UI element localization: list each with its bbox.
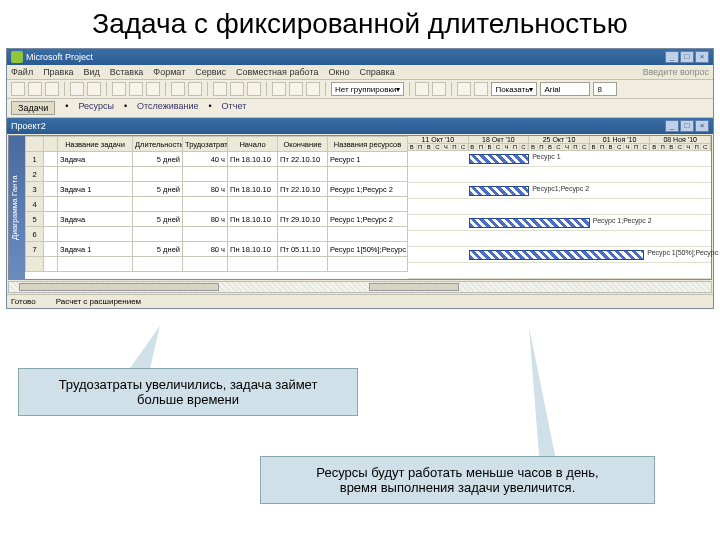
gantt-bar-label: Ресурс 1[50%];Ресурс 2[50%] bbox=[647, 249, 720, 256]
status-ext: Расчет с расширением bbox=[56, 297, 141, 306]
menu-help[interactable]: Справка bbox=[359, 67, 394, 77]
gantt-bar-label: Ресурс 1;Ресурс 2 bbox=[593, 217, 652, 224]
menu-window[interactable]: Окно bbox=[328, 67, 349, 77]
copy-icon[interactable] bbox=[129, 82, 143, 96]
col-work[interactable]: Трудозатраты bbox=[183, 137, 228, 152]
menu-collab[interactable]: Совместная работа bbox=[236, 67, 318, 77]
callout-pointer-1 bbox=[130, 326, 170, 368]
gantt-row bbox=[408, 263, 711, 279]
gantt-row bbox=[408, 231, 711, 247]
minimize-button[interactable]: _ bbox=[665, 51, 679, 63]
timescale-week: 01 Ноя '10ВПВСЧПС bbox=[590, 136, 651, 150]
zoom-in-icon[interactable] bbox=[415, 82, 429, 96]
view-link-report[interactable]: Отчет bbox=[222, 101, 247, 115]
gantt-bar[interactable] bbox=[469, 250, 645, 260]
gantt-row bbox=[408, 199, 711, 215]
view-bar: Задачи • Ресурсы • Отслеживание • Отчет bbox=[7, 99, 713, 118]
col-finish[interactable]: Окончание bbox=[278, 137, 328, 152]
unlink-icon[interactable] bbox=[230, 82, 244, 96]
doc-max-button[interactable]: □ bbox=[680, 120, 694, 132]
callout-workload: Трудозатраты увеличились, задача займет … bbox=[18, 368, 358, 416]
gantt-chart[interactable]: 11 Окт '10ВПВСЧПС18 Окт '10ВПВСЧПС25 Окт… bbox=[408, 136, 711, 279]
table-row[interactable]: 1Задача5 дней40 чПн 18.10.10Пт 22.10.10Р… bbox=[26, 152, 408, 167]
info-icon[interactable] bbox=[272, 82, 286, 96]
menu-view[interactable]: Вид bbox=[84, 67, 100, 77]
show-combo[interactable]: Показать▾ bbox=[491, 82, 537, 96]
view-link-tracking[interactable]: Отслеживание bbox=[137, 101, 198, 115]
menu-edit[interactable]: Правка bbox=[43, 67, 73, 77]
paste-icon[interactable] bbox=[146, 82, 160, 96]
gantt-bar[interactable] bbox=[469, 154, 530, 164]
indent-icon[interactable] bbox=[474, 82, 488, 96]
app-title: Microsoft Project bbox=[26, 52, 93, 62]
app-title-bar: Microsoft Project _ □ × bbox=[7, 49, 713, 65]
gantt-bar[interactable] bbox=[469, 218, 590, 228]
link-icon[interactable] bbox=[213, 82, 227, 96]
group-combo[interactable]: Нет группировки ▾ bbox=[331, 82, 404, 96]
table-row[interactable]: 3Задача 15 дней80 чПн 18.10.10Пт 22.10.1… bbox=[26, 182, 408, 197]
col-resources[interactable]: Названия ресурсов bbox=[328, 137, 408, 152]
timescale-week: 08 Ноя '10ВПВСЧПС bbox=[650, 136, 711, 150]
save-icon[interactable] bbox=[45, 82, 59, 96]
font-combo[interactable]: Arial bbox=[540, 82, 590, 96]
table-row[interactable]: 2 bbox=[26, 167, 408, 182]
undo-icon[interactable] bbox=[171, 82, 185, 96]
gantt-side-tab[interactable]: Диаграмма Ганта bbox=[9, 136, 25, 279]
split-icon[interactable] bbox=[247, 82, 261, 96]
doc-title: Проект2 bbox=[11, 121, 46, 131]
gantt-bar-label: Ресурс 1 bbox=[532, 153, 560, 160]
gantt-row: Ресурс1;Ресурс 2 bbox=[408, 183, 711, 199]
doc-title-bar: Проект2 _ □ × bbox=[7, 118, 713, 134]
menu-format[interactable]: Формат bbox=[153, 67, 185, 77]
menu-tools[interactable]: Сервис bbox=[195, 67, 226, 77]
col-duration[interactable]: Длительность bbox=[133, 137, 183, 152]
slide-title: Задача с фиксированной длительностью bbox=[0, 0, 720, 44]
cut-icon[interactable] bbox=[112, 82, 126, 96]
col-taskname[interactable]: Название задачи bbox=[58, 137, 133, 152]
size-combo[interactable]: 8 bbox=[593, 82, 617, 96]
app-logo-icon bbox=[11, 51, 23, 63]
gantt-row: Ресурс 1;Ресурс 2 bbox=[408, 215, 711, 231]
toolbar-1: Нет группировки ▾ Показать▾ Arial 8 bbox=[7, 80, 713, 99]
callout-pointer-2 bbox=[521, 326, 555, 456]
notes-icon[interactable] bbox=[289, 82, 303, 96]
open-icon[interactable] bbox=[28, 82, 42, 96]
timescale-week: 11 Окт '10ВПВСЧПС bbox=[408, 136, 469, 150]
h-scrollbar[interactable] bbox=[8, 281, 712, 293]
gantt-row: Ресурс 1 bbox=[408, 151, 711, 167]
zoom-out-icon[interactable] bbox=[432, 82, 446, 96]
maximize-button[interactable]: □ bbox=[680, 51, 694, 63]
assign-icon[interactable] bbox=[306, 82, 320, 96]
view-link-resources[interactable]: Ресурсы bbox=[78, 101, 114, 115]
gantt-bar-label: Ресурс1;Ресурс 2 bbox=[532, 185, 589, 192]
timescale-week: 25 Окт '10ВПВСЧПС bbox=[529, 136, 590, 150]
redo-icon[interactable] bbox=[188, 82, 202, 96]
status-ready: Готово bbox=[11, 297, 36, 306]
scroll-thumb-right[interactable] bbox=[369, 283, 459, 291]
table-row[interactable]: 7Задача 15 дней80 чПн 18.10.10Пт 05.11.1… bbox=[26, 242, 408, 257]
table-row[interactable]: 5Задача5 дней80 чПн 18.10.10Пт 29.10.10Р… bbox=[26, 212, 408, 227]
col-indicator[interactable] bbox=[44, 137, 58, 152]
doc-min-button[interactable]: _ bbox=[665, 120, 679, 132]
close-button[interactable]: × bbox=[695, 51, 709, 63]
menu-insert[interactable]: Вставка bbox=[110, 67, 143, 77]
table-row[interactable]: 4 bbox=[26, 197, 408, 212]
gantt-row bbox=[408, 167, 711, 183]
preview-icon[interactable] bbox=[87, 82, 101, 96]
scroll-thumb-left[interactable] bbox=[19, 283, 219, 291]
gantt-row: Ресурс 1[50%];Ресурс 2[50%] bbox=[408, 247, 711, 263]
task-grid[interactable]: Название задачи Длительность Трудозатрат… bbox=[25, 136, 408, 279]
timescale-week: 18 Окт '10ВПВСЧПС bbox=[469, 136, 530, 150]
menu-bar: Файл Правка Вид Вставка Формат Сервис Со… bbox=[7, 65, 713, 80]
col-start[interactable]: Начало bbox=[228, 137, 278, 152]
gantt-bar[interactable] bbox=[469, 186, 530, 196]
help-search[interactable]: Введите вопрос bbox=[643, 67, 709, 77]
menu-file[interactable]: Файл bbox=[11, 67, 33, 77]
new-icon[interactable] bbox=[11, 82, 25, 96]
callout-resources: Ресурсы будут работать меньше часов в де… bbox=[260, 456, 655, 504]
doc-close-button[interactable]: × bbox=[695, 120, 709, 132]
view-tab-tasks[interactable]: Задачи bbox=[11, 101, 55, 115]
print-icon[interactable] bbox=[70, 82, 84, 96]
table-row[interactable]: 6 bbox=[26, 227, 408, 242]
outdent-icon[interactable] bbox=[457, 82, 471, 96]
